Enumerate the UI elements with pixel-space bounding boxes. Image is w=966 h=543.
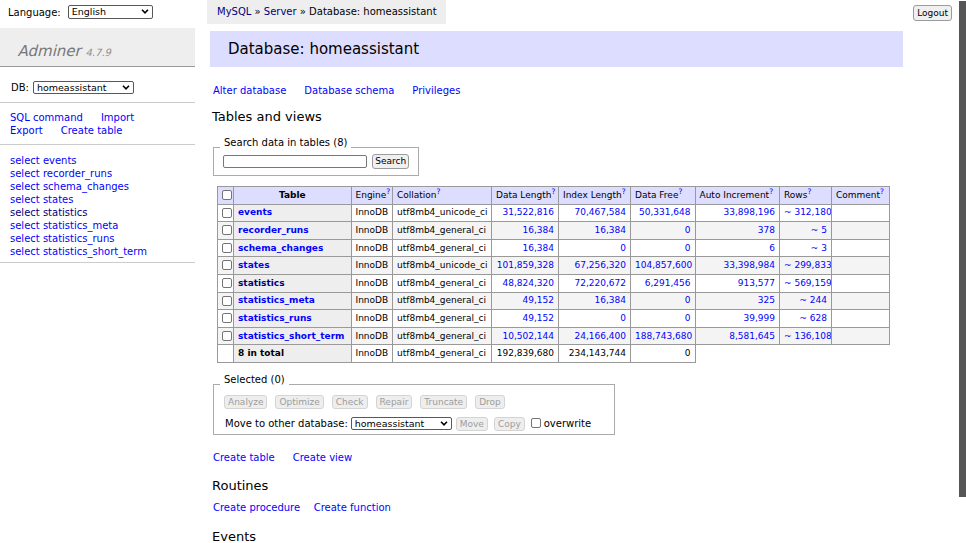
data-free-link[interactable]: 0 bbox=[685, 225, 691, 235]
auto-increment-link[interactable]: 6 bbox=[769, 243, 775, 253]
auto-increment-link[interactable]: 33,898,196 bbox=[723, 207, 775, 217]
selected-check-button[interactable]: Check bbox=[332, 395, 368, 409]
table-link-recorder_runs[interactable]: recorder_runs bbox=[238, 225, 309, 235]
breadcrumb-link-mysql[interactable]: MySQL bbox=[217, 6, 251, 17]
data-length-link[interactable]: 31,522,816 bbox=[502, 207, 554, 217]
menu-select-recorder_runs[interactable]: select recorder_runs bbox=[10, 167, 147, 180]
auto-increment-link[interactable]: 33,398,984 bbox=[723, 260, 775, 270]
row-checkbox[interactable] bbox=[222, 331, 232, 341]
selected-repair-button[interactable]: Repair bbox=[376, 395, 413, 409]
doc-link[interactable]: ? bbox=[807, 187, 811, 196]
data-free-link[interactable]: 6,291,456 bbox=[645, 278, 691, 288]
doc-link[interactable]: ? bbox=[551, 187, 555, 196]
data-free-link[interactable]: 0 bbox=[685, 295, 691, 305]
link-database-schema[interactable]: Database schema bbox=[304, 85, 394, 96]
rows-link[interactable]: ~ 244 bbox=[799, 295, 827, 305]
adminer-logo-link[interactable]: Adminer bbox=[18, 42, 81, 60]
data-length-link[interactable]: 10,502,144 bbox=[502, 331, 554, 341]
menu-select-statistics[interactable]: select statistics bbox=[10, 206, 147, 219]
index-length-link[interactable]: 0 bbox=[620, 243, 626, 253]
data-length-link[interactable]: 101,859,328 bbox=[497, 260, 554, 270]
table-link-statistics_meta[interactable]: statistics_meta bbox=[238, 295, 315, 305]
menu-select-statistics_runs[interactable]: select statistics_runs bbox=[10, 232, 147, 245]
data-free-link[interactable]: 188,743,680 bbox=[635, 331, 692, 341]
overwrite-checkbox[interactable] bbox=[531, 418, 541, 428]
search-button[interactable]: Search bbox=[372, 154, 409, 169]
data-free-link[interactable]: 0 bbox=[685, 313, 691, 323]
doc-link[interactable]: ? bbox=[622, 187, 626, 196]
selected-truncate-button[interactable]: Truncate bbox=[420, 395, 467, 409]
rows-link[interactable]: ~ 569,159 bbox=[784, 278, 832, 288]
rows-link[interactable]: ~ 136,108 bbox=[784, 331, 832, 341]
doc-link[interactable]: ? bbox=[386, 187, 390, 196]
table-link-states[interactable]: states bbox=[238, 260, 270, 270]
breadcrumb-link-server[interactable]: Server bbox=[264, 6, 297, 17]
data-free-link[interactable]: 104,857,600 bbox=[635, 260, 692, 270]
index-length-link[interactable]: 70,467,584 bbox=[574, 207, 626, 217]
index-length-link[interactable]: 16,384 bbox=[595, 295, 627, 305]
selected-optimize-button[interactable]: Optimize bbox=[275, 395, 323, 409]
rows-link[interactable]: ~ 299,833 bbox=[784, 260, 832, 270]
rows-link[interactable]: ~ 628 bbox=[799, 313, 827, 323]
link-alter-database[interactable]: Alter database bbox=[213, 85, 286, 96]
menu-select-statistics_meta[interactable]: select statistics_meta bbox=[10, 219, 147, 232]
link-create-view[interactable]: Create view bbox=[293, 452, 352, 463]
scrollbar-thumb[interactable] bbox=[959, 1, 966, 497]
row-checkbox[interactable] bbox=[222, 313, 232, 323]
search-input[interactable] bbox=[223, 155, 367, 168]
link-create-function[interactable]: Create function bbox=[314, 502, 391, 513]
data-length-link[interactable]: 16,384 bbox=[523, 243, 555, 253]
table-link-statistics[interactable]: statistics bbox=[238, 278, 285, 288]
index-length-link[interactable]: 16,384 bbox=[595, 225, 627, 235]
move-move-button[interactable]: Move bbox=[456, 417, 488, 431]
data-free-link[interactable]: 0 bbox=[685, 243, 691, 253]
auto-increment-link[interactable]: 39,999 bbox=[744, 313, 776, 323]
row-checkbox[interactable] bbox=[222, 278, 232, 288]
menu-link-sql-command[interactable]: SQL command bbox=[10, 112, 83, 123]
row-checkbox[interactable] bbox=[222, 225, 232, 235]
menu-link-export[interactable]: Export bbox=[10, 125, 43, 136]
row-checkbox[interactable] bbox=[222, 296, 232, 306]
selected-drop-button[interactable]: Drop bbox=[475, 395, 505, 409]
menu-link-create-table[interactable]: Create table bbox=[61, 125, 123, 136]
menu-select-events[interactable]: select events bbox=[10, 154, 147, 167]
data-length-link[interactable]: 49,152 bbox=[523, 313, 555, 323]
auto-increment-link[interactable]: 378 bbox=[758, 225, 775, 235]
index-length-link[interactable]: 72,220,672 bbox=[574, 278, 626, 288]
language-select[interactable]: English bbox=[68, 5, 153, 19]
doc-link[interactable]: ? bbox=[678, 187, 682, 196]
table-link-schema_changes[interactable]: schema_changes bbox=[238, 243, 323, 253]
link-privileges[interactable]: Privileges bbox=[412, 85, 460, 96]
logout-button[interactable]: Logout bbox=[913, 5, 952, 21]
data-free-link[interactable]: 50,331,648 bbox=[639, 207, 691, 217]
menu-link-import[interactable]: Import bbox=[101, 112, 134, 123]
doc-link[interactable]: ? bbox=[769, 187, 773, 196]
auto-increment-link[interactable]: 913,577 bbox=[738, 278, 775, 288]
auto-increment-link[interactable]: 8,581,645 bbox=[729, 331, 775, 341]
table-link-statistics_runs[interactable]: statistics_runs bbox=[238, 313, 312, 323]
row-checkbox[interactable] bbox=[222, 260, 232, 270]
menu-select-states[interactable]: select states bbox=[10, 193, 147, 206]
data-length-link[interactable]: 49,152 bbox=[523, 295, 555, 305]
menu-select-schema_changes[interactable]: select schema_changes bbox=[10, 180, 147, 193]
link-create-procedure[interactable]: Create procedure bbox=[213, 502, 300, 513]
rows-link[interactable]: ~ 3 bbox=[811, 243, 827, 253]
doc-link[interactable]: ? bbox=[880, 187, 884, 196]
data-length-link[interactable]: 48,824,320 bbox=[502, 278, 554, 288]
link-create-table[interactable]: Create table bbox=[213, 452, 275, 463]
index-length-link[interactable]: 67,256,320 bbox=[574, 260, 626, 270]
doc-link[interactable]: ? bbox=[437, 187, 441, 196]
selected-analyze-button[interactable]: Analyze bbox=[224, 395, 267, 409]
db-select[interactable]: homeassistant bbox=[33, 81, 134, 94]
move-copy-button[interactable]: Copy bbox=[494, 417, 525, 431]
auto-increment-link[interactable]: 325 bbox=[758, 295, 775, 305]
rows-link[interactable]: ~ 5 bbox=[811, 225, 827, 235]
table-link-events[interactable]: events bbox=[238, 207, 272, 217]
index-length-link[interactable]: 24,166,400 bbox=[574, 331, 626, 341]
move-db-select[interactable]: homeassistant bbox=[351, 417, 452, 430]
menu-select-statistics_short_term[interactable]: select statistics_short_term bbox=[10, 245, 147, 258]
table-link-statistics_short_term[interactable]: statistics_short_term bbox=[238, 331, 344, 341]
row-checkbox[interactable] bbox=[222, 208, 232, 218]
rows-link[interactable]: ~ 312,180 bbox=[784, 207, 832, 217]
index-length-link[interactable]: 0 bbox=[620, 313, 626, 323]
